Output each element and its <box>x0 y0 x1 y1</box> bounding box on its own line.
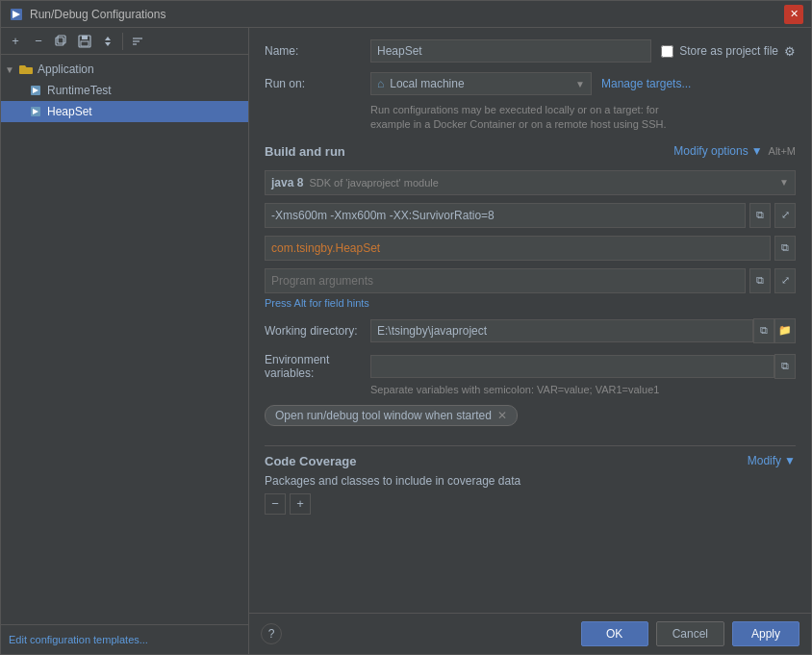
coverage-minus-button[interactable]: − <box>265 493 286 515</box>
env-vars-row: Environment variables: ⧉ <box>265 353 796 380</box>
coverage-description: Packages and classes to include in cover… <box>265 474 796 488</box>
svg-rect-3 <box>56 38 63 45</box>
env-vars-label: Environment variables: <box>265 353 370 380</box>
name-input[interactable] <box>370 39 651 63</box>
coverage-title: Code Coverage <box>265 454 356 468</box>
remove-config-button[interactable]: − <box>28 31 49 52</box>
window-title: Run/Debug Configurations <box>30 8 784 21</box>
tree-item-runtimetest[interactable]: RuntimeTest <box>1 80 248 101</box>
sidebar-footer: Edit configuration templates... <box>1 624 248 654</box>
sidebar: + − ▼ <box>1 28 249 654</box>
env-hint-text: Separate variables with semicolon: VAR=v… <box>370 384 796 395</box>
section-divider <box>265 445 796 446</box>
working-dir-copy-button[interactable]: ⧉ <box>753 318 774 343</box>
tree-item-heapset[interactable]: HeapSet <box>1 101 248 122</box>
sdk-select[interactable]: java 8 SDK of 'javaproject' module ▼ <box>265 170 796 195</box>
add-config-button[interactable]: + <box>5 31 26 52</box>
sdk-detail-value: SDK of 'javaproject' module <box>309 177 438 189</box>
prog-args-copy-button[interactable]: ⧉ <box>749 268 771 293</box>
coverage-toolbar: − + <box>265 493 796 515</box>
run-on-row: Run on: ⌂ Local machine ▼ Manage targets… <box>265 72 796 95</box>
tag-label: Open run/debug tool window when started <box>275 409 492 422</box>
apply-button[interactable]: Apply <box>732 621 799 646</box>
sdk-main-value: java 8 <box>271 176 303 189</box>
env-vars-edit-button[interactable]: ⧉ <box>774 354 796 379</box>
main-content: + − ▼ <box>1 28 811 654</box>
vm-options-expand-button[interactable]: ⤢ <box>774 203 796 228</box>
vm-options-input[interactable] <box>265 203 746 228</box>
store-as-project-label: Store as project file <box>679 44 778 58</box>
field-hint-text: Press Alt for field hints <box>265 297 796 309</box>
form-area: Name: Store as project file ⚙ Run on: ⌂ … <box>249 28 811 613</box>
program-args-row: ⧉ ⤢ <box>265 268 796 293</box>
store-as-project-checkbox[interactable] <box>661 45 673 58</box>
build-run-title: Build and run <box>265 144 345 159</box>
config-item-label: RuntimeTest <box>47 84 112 97</box>
store-gear-button[interactable]: ⚙ <box>784 44 796 59</box>
close-button[interactable]: ✕ <box>784 5 803 24</box>
main-class-input[interactable] <box>265 236 771 261</box>
main-class-copy-button[interactable]: ⧉ <box>774 236 796 261</box>
config-item-selected-label: HeapSet <box>47 105 92 118</box>
coverage-plus-button[interactable]: + <box>290 493 311 515</box>
open-window-tag-container: Open run/debug tool window when started … <box>265 405 796 438</box>
group-label: Application <box>38 63 94 76</box>
sidebar-toolbar: + − <box>1 28 248 55</box>
folder-icon <box>18 62 34 77</box>
store-as-project-row: Store as project file ⚙ <box>661 44 796 59</box>
sdk-chevron: ▼ <box>779 177 789 188</box>
config-tree: ▼ Application RuntimeTest Hea <box>1 55 248 624</box>
working-dir-browse-button[interactable]: 📁 <box>774 318 796 343</box>
home-icon: ⌂ <box>377 77 384 90</box>
working-dir-input[interactable] <box>370 319 753 342</box>
coverage-modify-button[interactable]: Modify ▼ <box>748 454 796 467</box>
prog-args-input[interactable] <box>265 268 746 293</box>
ok-button[interactable]: OK <box>581 621 648 646</box>
manage-targets-link[interactable]: Manage targets... <box>601 77 691 90</box>
copy-config-button[interactable] <box>51 31 72 52</box>
working-dir-row: Working directory: ⧉ 📁 <box>265 318 796 343</box>
help-button[interactable]: ? <box>261 623 282 644</box>
sdk-row: java 8 SDK of 'javaproject' module ▼ <box>265 170 796 195</box>
run-on-value: Local machine <box>390 77 570 90</box>
run-on-label: Run on: <box>265 77 370 90</box>
move-config-button[interactable] <box>97 31 118 52</box>
modify-options-button[interactable]: Modify options ▼ <box>673 144 762 158</box>
tree-group-application[interactable]: ▼ Application <box>1 59 248 80</box>
title-bar: Run/Debug Configurations ✕ <box>1 1 811 28</box>
config-icon-selected <box>28 104 43 119</box>
run-description: Run configurations may be executed local… <box>370 103 796 133</box>
config-icon <box>28 83 43 98</box>
name-row: Name: Store as project file ⚙ <box>265 39 796 63</box>
sort-config-button[interactable] <box>127 31 148 52</box>
svg-rect-2 <box>58 36 65 43</box>
build-run-section-header: Build and run Modify options ▼ Alt+M <box>265 144 796 163</box>
name-label: Name: <box>265 44 370 58</box>
vm-options-copy-button[interactable]: ⧉ <box>749 203 771 228</box>
window-icon <box>9 7 24 22</box>
open-window-tag: Open run/debug tool window when started … <box>265 405 518 426</box>
coverage-header: Code Coverage Modify ▼ <box>265 454 796 468</box>
main-window: Run/Debug Configurations ✕ + − <box>0 0 812 655</box>
bottom-bar: ? OK Cancel Apply <box>249 613 811 654</box>
prog-args-expand-button[interactable]: ⤢ <box>774 268 796 293</box>
save-config-button[interactable] <box>74 31 95 52</box>
toolbar-separator <box>122 33 123 50</box>
modify-shortcut: Alt+M <box>769 145 796 157</box>
svg-rect-6 <box>81 41 89 46</box>
vm-options-row: ⧉ ⤢ <box>265 203 796 228</box>
main-class-row: ⧉ <box>265 236 796 261</box>
tag-close-button[interactable]: ✕ <box>497 410 507 421</box>
working-dir-label: Working directory: <box>265 324 370 338</box>
cancel-button[interactable]: Cancel <box>656 621 724 646</box>
right-panel: Name: Store as project file ⚙ Run on: ⌂ … <box>249 28 811 654</box>
edit-templates-link[interactable]: Edit configuration templates... <box>9 634 148 645</box>
run-on-select[interactable]: ⌂ Local machine ▼ <box>370 72 592 95</box>
env-vars-input[interactable] <box>370 355 774 378</box>
svg-rect-5 <box>82 36 88 39</box>
run-on-chevron: ▼ <box>575 79 585 89</box>
expand-arrow: ▼ <box>5 64 18 75</box>
